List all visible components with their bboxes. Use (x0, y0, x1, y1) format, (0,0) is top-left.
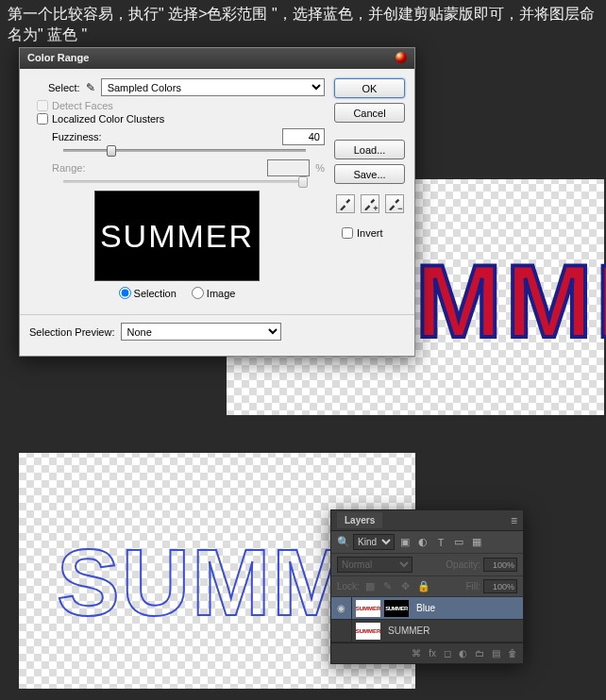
layer-row-summer[interactable]: SUMMER SUMMER (331, 620, 523, 642)
fill-input[interactable] (483, 579, 517, 593)
panel-menu-icon[interactable]: ≡ (511, 514, 517, 527)
save-button[interactable]: Save... (334, 164, 405, 184)
opacity-label: Opacity: (446, 559, 480, 570)
fuzziness-label: Fuzziness: (52, 131, 102, 142)
filter-image-icon[interactable]: ▣ (397, 535, 412, 549)
radio-selection[interactable]: Selection (119, 287, 177, 299)
layer-name[interactable]: SUMMER (388, 625, 429, 636)
range-slider (63, 180, 306, 183)
selection-preview-dropdown[interactable]: None (121, 323, 281, 341)
select-label: Select: (48, 82, 80, 93)
range-label: Range: (52, 162, 85, 174)
localized-label: Localized Color Clusters (52, 113, 164, 125)
close-icon[interactable] (396, 52, 407, 63)
load-button[interactable]: Load... (334, 140, 405, 159)
selection-preview-box: SUMMER (94, 191, 260, 281)
detect-faces-label: Detect Faces (52, 100, 113, 111)
layer-row-blue[interactable]: ◉ SUMMER SUMMER Blue (331, 597, 523, 620)
range-input (267, 159, 310, 176)
layer-thumb[interactable]: SUMMER (356, 600, 380, 617)
dialog-title: Color Range (27, 52, 89, 65)
blend-mode[interactable]: Normal (337, 557, 412, 573)
filter-smart-icon[interactable]: ▦ (469, 535, 484, 549)
canvas-lower-text: SUMM (57, 528, 353, 637)
link-layers-icon[interactable]: ⌘ (412, 648, 421, 658)
range-unit: % (315, 162, 325, 174)
filter-shape-icon[interactable]: ▭ (451, 535, 466, 549)
delete-layer-icon[interactable]: 🗑 (508, 648, 517, 658)
canvas-upper-text: MME (415, 241, 606, 360)
invert-label: Invert (357, 227, 383, 239)
ok-button[interactable]: OK (334, 78, 405, 98)
eyedropper-plus-icon[interactable] (361, 194, 379, 213)
fill-label: Fill: (465, 581, 480, 592)
layer-thumb[interactable]: SUMMER (356, 623, 380, 640)
filter-adjust-icon[interactable]: ◐ (415, 535, 430, 549)
localized-checkbox[interactable] (37, 113, 48, 125)
lock-position-icon[interactable]: ✥ (398, 579, 413, 593)
dialog-titlebar[interactable]: Color Range (20, 48, 414, 69)
radio-image[interactable]: Image (192, 287, 236, 299)
invert-checkbox[interactable] (342, 227, 353, 239)
cancel-button[interactable]: Cancel (334, 103, 405, 123)
visibility-icon[interactable] (331, 620, 352, 642)
fuzziness-slider[interactable] (63, 149, 306, 152)
instruction-text: 第一个比较容易，执行" 选择>色彩范围 "，选择蓝色，并创建剪贴蒙版即可，并将图… (0, 0, 606, 50)
select-dropdown[interactable]: Sampled Colors (101, 78, 325, 96)
eyedropper-minus-icon[interactable] (385, 194, 404, 213)
layer-mask-thumb[interactable]: SUMMER (384, 600, 409, 617)
layer-style-icon[interactable]: fx (429, 648, 436, 658)
adjustment-icon[interactable]: ◐ (459, 648, 467, 658)
layers-panel: Layers ≡ 🔍 Kind ▣ ◐ T ▭ ▦ Normal Opacity… (330, 509, 524, 664)
new-layer-icon[interactable]: ▤ (492, 648, 500, 658)
filter-type-icon[interactable]: T (433, 535, 448, 549)
fuzziness-input[interactable] (282, 128, 325, 145)
lock-transparency-icon[interactable]: ▩ (362, 579, 378, 593)
range-thumb (298, 176, 308, 188)
kind-filter[interactable]: Kind (353, 534, 395, 550)
lock-label: Lock: (337, 581, 360, 592)
visibility-icon[interactable]: ◉ (331, 597, 352, 620)
lock-paint-icon[interactable]: ✎ (380, 579, 396, 593)
lock-all-icon[interactable]: 🔒 (416, 579, 431, 593)
layer-mask-icon[interactable]: ◻ (444, 648, 451, 658)
selection-preview-label: Selection Preview: (29, 326, 115, 338)
layers-tab[interactable]: Layers (337, 512, 382, 528)
layer-name[interactable]: Blue (416, 603, 435, 613)
eyedropper-icon[interactable] (336, 194, 355, 213)
preview-text: SUMMER (100, 218, 254, 255)
group-icon[interactable]: 🗀 (475, 648, 484, 658)
detect-faces-checkbox (37, 100, 48, 111)
color-range-dialog: Color Range Select: ✎ Sampled Colors Det… (19, 47, 415, 357)
slider-thumb[interactable] (107, 145, 116, 157)
opacity-input[interactable] (483, 558, 517, 572)
